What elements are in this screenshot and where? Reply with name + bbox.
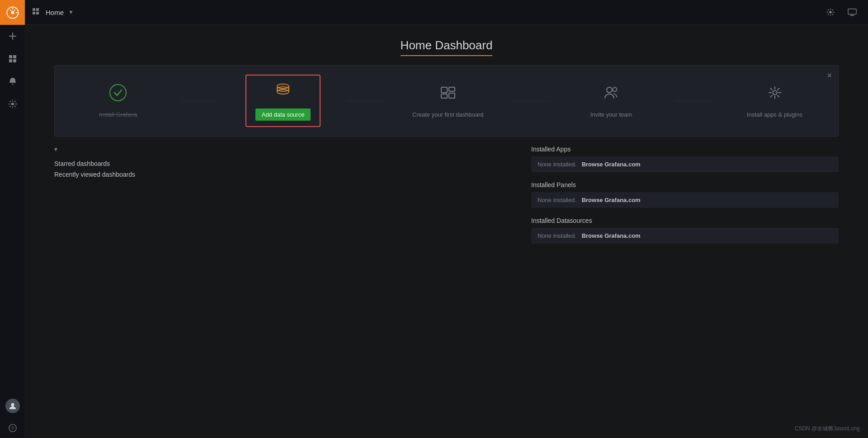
setup-steps: Install Grafana <box>68 75 825 127</box>
svg-rect-9 <box>13 59 16 62</box>
starred-dashboards-link[interactable]: Starred dashboards <box>54 158 522 169</box>
sidebar-help[interactable]: ? <box>0 418 25 438</box>
svg-point-28 <box>607 87 612 93</box>
grafana-logo[interactable] <box>0 0 25 25</box>
database-icon <box>274 81 292 103</box>
svg-point-23 <box>277 89 289 94</box>
svg-line-38 <box>770 95 772 97</box>
plugins-icon <box>766 84 784 106</box>
avatar[interactable] <box>5 399 20 413</box>
svg-point-22 <box>277 87 289 91</box>
svg-line-5 <box>10 9 11 11</box>
step-invite-team-label: Invite your team <box>590 111 632 118</box>
svg-line-4 <box>14 9 15 11</box>
installed-apps-title: Installed Apps <box>531 146 839 153</box>
right-panel: Installed Apps None installed. Browse Gr… <box>531 146 839 253</box>
topbar-settings-button[interactable] <box>822 4 839 21</box>
svg-rect-26 <box>449 87 455 91</box>
sidebar-item-add[interactable] <box>0 25 25 47</box>
page-title: Home Dashboard <box>401 38 493 56</box>
svg-rect-14 <box>33 8 35 11</box>
step-connector-3 <box>511 101 547 101</box>
sidebar-item-alerts[interactable] <box>0 70 25 93</box>
svg-text:?: ? <box>11 425 14 431</box>
step-connector-2 <box>348 101 384 101</box>
page-content: Home Dashboard × Install Grafana <box>25 25 868 438</box>
setup-step-add-datasource[interactable]: Add data source <box>245 75 321 127</box>
watermark: CSDN @攻城狮JasonLong <box>795 425 860 433</box>
chevron-down-icon: ▾ <box>54 146 57 153</box>
svg-point-20 <box>110 85 126 101</box>
page-title-section: Home Dashboard <box>25 25 868 65</box>
svg-rect-8 <box>9 59 12 62</box>
sidebar: ? <box>0 0 25 438</box>
recently-viewed-link[interactable]: Recently viewed dashboards <box>54 169 522 180</box>
installed-datasources-prefix: None installed. <box>538 232 576 239</box>
svg-line-37 <box>778 89 779 90</box>
svg-line-36 <box>778 95 779 97</box>
step-create-dashboard-label: Create your first dashboard <box>412 111 484 118</box>
panel-toggle[interactable]: ▾ <box>54 146 522 153</box>
home-label: Home <box>46 9 64 16</box>
dashboard-panels-icon <box>439 84 457 106</box>
installed-datasources-title: Installed Datasources <box>531 217 839 224</box>
setup-step-create-dashboard[interactable]: Create your first dashboard <box>412 84 484 118</box>
svg-point-11 <box>11 403 14 406</box>
svg-point-1 <box>11 11 14 14</box>
installed-panels-section: Installed Panels None installed. Browse … <box>531 181 839 208</box>
svg-rect-16 <box>33 12 35 14</box>
installed-datasources-section: Installed Datasources None installed. Br… <box>531 217 839 244</box>
panels-row: ▾ Starred dashboards Recently viewed das… <box>54 146 839 253</box>
grid-icon <box>32 8 40 17</box>
step-install-grafana-label: Install Grafana <box>99 111 137 118</box>
svg-line-35 <box>770 89 772 90</box>
browse-grafana-panels-link[interactable]: Browse Grafana.com <box>582 197 641 203</box>
installed-panels-prefix: None installed. <box>538 197 576 203</box>
topbar-right <box>822 4 861 21</box>
setup-step-install-apps[interactable]: Install apps & plugins <box>739 84 811 118</box>
topbar-monitor-button[interactable] <box>844 4 861 21</box>
close-button[interactable]: × <box>827 71 832 80</box>
svg-point-10 <box>11 103 14 105</box>
installed-apps-prefix: None installed. <box>538 161 576 168</box>
svg-point-30 <box>773 91 777 95</box>
svg-point-18 <box>829 11 831 13</box>
installed-panels-title: Installed Panels <box>531 181 839 188</box>
svg-point-21 <box>277 84 289 89</box>
add-datasource-button[interactable]: Add data source <box>255 108 311 121</box>
svg-rect-25 <box>441 94 447 98</box>
installed-apps-section: Installed Apps None installed. Browse Gr… <box>531 146 839 172</box>
topbar: Home ▼ <box>25 0 868 25</box>
setup-banner: × Install Grafana <box>54 65 839 137</box>
step-install-apps-label: Install apps & plugins <box>747 111 802 118</box>
installed-apps-item: None installed. Browse Grafana.com <box>531 156 839 172</box>
checkmark-circle-icon <box>109 84 127 106</box>
installed-panels-item: None installed. Browse Grafana.com <box>531 192 839 208</box>
browse-grafana-datasources-link[interactable]: Browse Grafana.com <box>582 232 641 239</box>
sidebar-item-dashboards[interactable] <box>0 47 25 70</box>
svg-rect-17 <box>36 12 39 14</box>
installed-datasources-item: None installed. Browse Grafana.com <box>531 228 839 244</box>
svg-rect-24 <box>441 87 447 93</box>
browse-grafana-apps-link[interactable]: Browse Grafana.com <box>582 161 641 168</box>
setup-step-invite-team[interactable]: Invite your team <box>575 84 647 118</box>
svg-rect-19 <box>848 9 856 14</box>
sidebar-bottom: ? <box>0 394 25 438</box>
setup-step-install-grafana[interactable]: Install Grafana <box>82 84 154 118</box>
dropdown-icon: ▼ <box>68 9 74 15</box>
main-content: Home ▼ Home Dashboard <box>25 0 868 438</box>
svg-rect-15 <box>36 8 39 11</box>
svg-rect-6 <box>9 55 12 58</box>
home-nav[interactable]: Home ▼ <box>32 8 74 17</box>
step-connector-4 <box>675 101 711 101</box>
sidebar-item-settings[interactable] <box>0 93 25 115</box>
svg-point-29 <box>613 88 617 92</box>
team-icon <box>602 84 620 106</box>
svg-rect-27 <box>449 93 455 98</box>
svg-rect-7 <box>13 55 16 58</box>
step-connector-1 <box>182 101 218 101</box>
left-panel: ▾ Starred dashboards Recently viewed das… <box>54 146 531 253</box>
